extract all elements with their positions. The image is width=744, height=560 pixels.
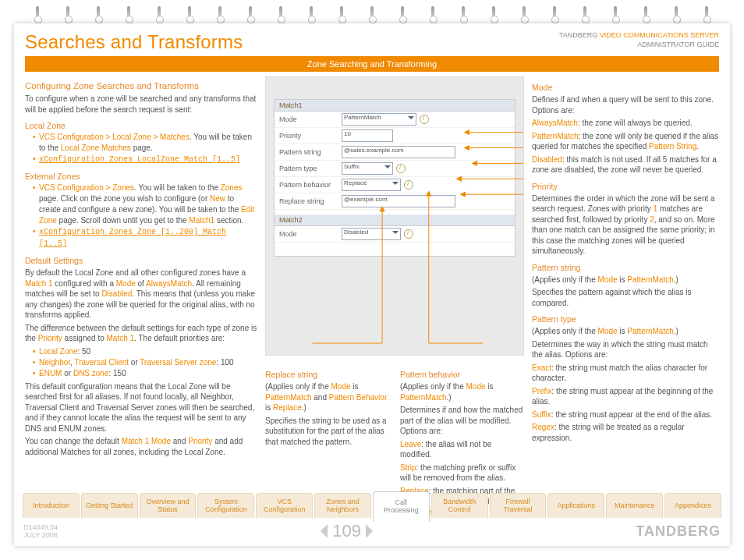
priority-body: Determines the order in which the zone w… bbox=[532, 193, 719, 257]
ps-body: Specifies the pattern against which the … bbox=[532, 287, 719, 308]
default-p1: By default the Local Zone and all other … bbox=[25, 268, 257, 321]
info-icon bbox=[396, 164, 406, 173]
pt-applies: (Applies only if the Mode is PatternMatc… bbox=[532, 326, 719, 337]
tab-firewall-traversal[interactable]: Firewall Traversal bbox=[490, 493, 547, 518]
heading-external-zones: External Zones bbox=[25, 172, 257, 181]
config-screenshot: Match1 ModePatternMatch Priority10 Patte… bbox=[265, 76, 524, 356]
tab-introduction[interactable]: Introduction bbox=[23, 493, 80, 518]
default-p4: You can change the default Match 1 Mode … bbox=[25, 436, 257, 457]
middle-column: Match1 ModePatternMatch Priority10 Patte… bbox=[265, 76, 524, 476]
mock-row-rstring: Replace string@example.com bbox=[275, 193, 515, 210]
info-icon bbox=[420, 115, 429, 124]
pt-prefix: Prefix: the string must appear at the be… bbox=[532, 386, 719, 407]
page-sheet: Searches and Transforms TANDBERG VIDEO C… bbox=[14, 23, 730, 546]
mock-match1-header: Match1 bbox=[275, 100, 515, 112]
pt-body: Determines the way in which the string m… bbox=[532, 339, 719, 360]
ext-zone-path: VCS Configuration > Zones. You will be t… bbox=[33, 183, 257, 226]
pt-exact: Exact: the string must match the alias c… bbox=[532, 363, 719, 384]
xconfig-zone-link[interactable]: xConfiguration Zones Zone [1..200] Match… bbox=[39, 228, 226, 248]
ps-applies: (Applies only if the Mode is PatternMatc… bbox=[532, 275, 719, 285]
pattern-string-link[interactable]: Pattern String bbox=[649, 142, 696, 151]
page-title: Searches and Transforms bbox=[25, 31, 243, 53]
info-icon bbox=[404, 180, 413, 190]
tab-call-processing[interactable]: Call Processing bbox=[373, 491, 430, 522]
def-pri-enum: ENUM or DNS zone: 150 bbox=[33, 368, 257, 379]
right-column: Mode Defines if and when a query will be… bbox=[532, 76, 719, 476]
next-page-icon[interactable] bbox=[366, 524, 380, 538]
pt-suffix: Suffix: the string must appear at the en… bbox=[532, 409, 719, 420]
mock-row-mode: ModePatternMatch bbox=[275, 112, 515, 128]
tab-system-configuration[interactable]: System Configuration bbox=[197, 493, 254, 518]
heading-pattern-behavior: Pattern behavior bbox=[400, 370, 524, 379]
mock-row-priority: Priority10 bbox=[275, 128, 515, 144]
mode-disabled: Disabled: this match is not used. If all… bbox=[532, 154, 719, 175]
heading-replace-string: Replace string bbox=[265, 370, 389, 379]
bottom-tabs: IntroductionGetting StartedOverview and … bbox=[22, 493, 722, 518]
heading-default-settings: Default Settings bbox=[25, 256, 257, 265]
zones-link[interactable]: Zones bbox=[221, 183, 243, 192]
default-p2: The difference between the default setti… bbox=[25, 323, 257, 344]
tab-bandwidth-control[interactable]: Bandwidth Control bbox=[431, 493, 488, 518]
footer: D14049.04JULY 2008 109 TANDBERG bbox=[23, 521, 721, 541]
tab-vcs-configuration[interactable]: VCS Configuration bbox=[256, 493, 313, 518]
heading-mode: Mode bbox=[532, 83, 719, 92]
mock-row-mode2: ModeDisabled bbox=[275, 226, 515, 243]
mode-body: Defines if and when a query will be sent… bbox=[532, 94, 719, 115]
tab-getting-started[interactable]: Getting Started bbox=[81, 493, 138, 518]
tab-overview-and-status[interactable]: Overview and Status bbox=[140, 493, 197, 518]
mode-always: AlwaysMatch: the zone will always be que… bbox=[532, 118, 719, 129]
doc-info: D14049.04JULY 2008 bbox=[23, 523, 58, 539]
page-number: 109 bbox=[314, 521, 380, 541]
section-banner: Zone Searching and Transforming bbox=[25, 56, 719, 72]
mode-patternmatch: PatternMatch: the zone will only be quer… bbox=[532, 131, 719, 152]
local-zone-path: VCS Configuration > Local Zone > Matches… bbox=[33, 132, 257, 154]
tab-zones-and-neighbors[interactable]: Zones and Neighbors bbox=[314, 493, 371, 518]
heading-local-zone: Local Zone bbox=[25, 121, 257, 130]
heading-pattern-type: Pattern type bbox=[532, 314, 719, 324]
tab-appendices[interactable]: Appendices bbox=[664, 493, 721, 518]
local-zone-matches-link[interactable]: Local Zone Matches bbox=[61, 144, 131, 152]
prev-page-icon[interactable] bbox=[314, 524, 328, 538]
mock-row-ptype: Pattern typeSuffix bbox=[275, 161, 515, 177]
intro-text: To configure when a zone will be searche… bbox=[25, 94, 257, 115]
tab-maintenance[interactable]: Maintenance bbox=[606, 493, 663, 518]
brand-footer: TANDBERG bbox=[636, 523, 721, 540]
left-column: Configuring Zone Searches and Transforms… bbox=[25, 76, 257, 476]
brand-header: TANDBERG VIDEO COMMUNICATIONS SERVER ADM… bbox=[559, 31, 719, 49]
tab-applications[interactable]: Applications bbox=[547, 493, 604, 518]
pt-regex: Regex: the string will be treated as a r… bbox=[532, 422, 719, 443]
mock-match2-header: Match2 bbox=[275, 214, 515, 226]
heading-configuring: Configuring Zone Searches and Transforms bbox=[25, 81, 257, 90]
def-pri-local: Local Zone: 50 bbox=[33, 346, 257, 357]
xconfig-localzone-link[interactable]: xConfiguration Zones LocalZone Match [1.… bbox=[39, 155, 240, 164]
heading-priority: Priority bbox=[532, 182, 719, 191]
ext-zone-xconfig: xConfiguration Zones Zone [1..200] Match… bbox=[33, 226, 257, 250]
info-icon bbox=[404, 229, 413, 239]
default-p3: This default configuration means that th… bbox=[25, 381, 257, 434]
mock-row-pbeh: Pattern behaviorReplace bbox=[275, 177, 515, 193]
mock-row-pstring: Pattern string@sales.example.com bbox=[275, 144, 515, 161]
def-pri-neighbor: Neighbor, Traversal Client or Traversal … bbox=[33, 357, 257, 368]
heading-pattern-string: Pattern string bbox=[532, 263, 719, 272]
local-zone-xconfig: xConfiguration Zones LocalZone Match [1.… bbox=[33, 154, 257, 165]
